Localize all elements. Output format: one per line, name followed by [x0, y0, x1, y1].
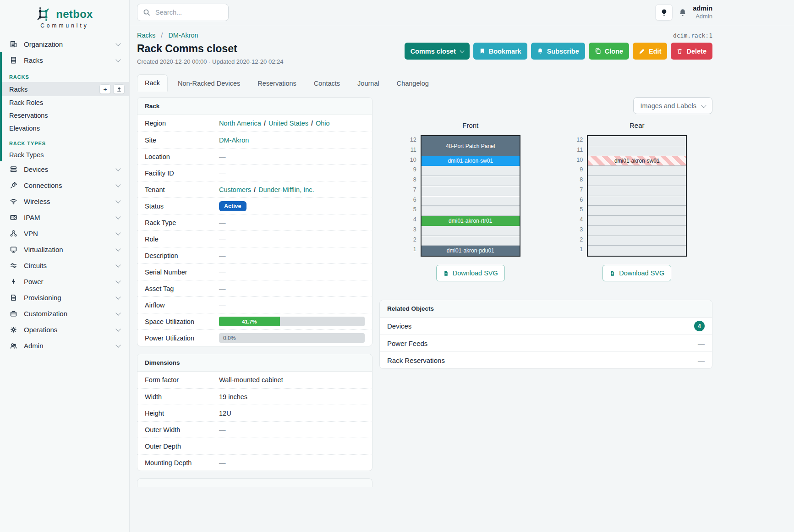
attr-label: Form factor [145, 376, 219, 384]
related-row-power-feeds[interactable]: Power Feeds — [380, 335, 712, 351]
page-content: Racks / DM-Akron dcim.rack:1 Rack Comms … [130, 25, 794, 487]
attr-label: Outer Depth [145, 443, 219, 450]
attr-label: Space Utilization [145, 318, 219, 325]
bookmark-button[interactable]: Bookmark [473, 43, 527, 60]
panel-title: Dimensions [137, 354, 372, 372]
sidebar-item-circuits[interactable]: Circuits [0, 258, 129, 274]
breadcrumb-link-site[interactable]: DM-Akron [168, 32, 198, 39]
chevron-down-icon [115, 294, 120, 299]
sidebar-item-organization[interactable]: Organization [0, 36, 129, 52]
attr-row-height: Height 12U [137, 405, 372, 421]
search-input[interactable] [154, 8, 223, 16]
tenant-group-link[interactable]: Customers [219, 186, 251, 193]
bookmark-icon [479, 48, 485, 55]
search-icon [143, 9, 150, 16]
file-download-icon [609, 270, 615, 277]
sidebar-subitem-rack-types[interactable]: Rack Types [2, 148, 129, 161]
sidebar-group-heading-rack-types: RACK TYPES [2, 135, 129, 148]
sidebar-item-ipam[interactable]: IPAM [0, 209, 129, 225]
sidebar-item-connections[interactable]: Connections [0, 177, 129, 193]
tab-changelog[interactable]: Changelog [389, 75, 436, 92]
tab-reservations[interactable]: Reservations [250, 75, 304, 92]
chevron-down-icon [115, 342, 120, 347]
sidebar-item-label: Organization [24, 40, 63, 48]
rack-unit-patch-panel[interactable]: 48-Port Patch Panel [422, 136, 520, 156]
attr-value: 12U [219, 410, 231, 417]
sidebar-item-provisioning[interactable]: Provisioning [0, 290, 129, 306]
netbox-logo[interactable]: netbox Community [0, 5, 129, 36]
attr-label: Asset Tag [145, 285, 219, 292]
region-link[interactable]: Ohio [316, 120, 330, 127]
tab-non-racked-devices[interactable]: Non-Racked Devices [170, 75, 247, 92]
add-rack-button[interactable]: + [99, 84, 111, 94]
quick-add-dropdown-button[interactable]: Comms closet [405, 43, 470, 60]
rack-unit-empty [588, 236, 686, 246]
rack-unit-empty [422, 226, 520, 236]
site-link[interactable]: DM-Akron [219, 137, 249, 144]
front-elevation: Front 121110987654321 48-Port Patch Pane… [379, 121, 546, 281]
rack-unit-empty [422, 236, 520, 246]
import-racks-button[interactable] [113, 84, 125, 94]
download-svg-label: Download SVG [619, 269, 664, 277]
region-link[interactable]: United States [268, 120, 308, 127]
subscribe-button[interactable]: Subscribe [531, 43, 585, 60]
related-row-rack-reservations[interactable]: Rack Reservations — [380, 351, 712, 368]
sidebar-item-power[interactable]: Power [0, 274, 129, 290]
user-menu[interactable]: admin Admin [693, 4, 712, 21]
theme-toggle-button[interactable] [655, 4, 673, 21]
front-elevation-title: Front [447, 121, 478, 129]
sidebar-item-operations[interactable]: Operations [0, 322, 129, 338]
sidebar-subitem-elevations[interactable]: Elevations [2, 122, 129, 135]
related-objects-panel: Related Objects Devices 4 Power Feeds — … [379, 300, 712, 369]
region-link[interactable]: North America [219, 120, 261, 127]
attr-value: — [219, 285, 226, 292]
attr-value: — [219, 269, 226, 276]
rack-unit-switch-ghost[interactable]: dmi01-akron-sw01 [588, 156, 686, 166]
sidebar-item-racks[interactable]: Racks [2, 52, 129, 68]
attr-value: — [219, 443, 226, 450]
sidebar-item-customization[interactable]: Customization [0, 306, 129, 322]
elevation-view-select[interactable]: Images and Labels [633, 97, 712, 114]
tab-contacts[interactable]: Contacts [307, 75, 347, 92]
related-row-devices[interactable]: Devices 4 [380, 318, 712, 335]
sidebar-item-wireless[interactable]: Wireless [0, 193, 129, 209]
attr-row-location: Location — [137, 148, 372, 165]
sidebar-subitem-racks[interactable]: Racks + [2, 82, 129, 96]
sidebar-item-devices[interactable]: Devices [0, 161, 129, 177]
sidebar-item-vpn[interactable]: VPN [0, 225, 129, 241]
rack-unit-switch[interactable]: dmi01-akron-sw01 [422, 156, 520, 166]
tab-journal[interactable]: Journal [350, 75, 387, 92]
rack-unit-router[interactable]: dmi01-akron-rtr01 [422, 216, 520, 226]
virtualization-icon [9, 246, 17, 253]
chevron-down-icon [115, 310, 120, 315]
edit-button[interactable]: Edit [633, 43, 667, 60]
download-svg-rear-button[interactable]: Download SVG [602, 265, 671, 281]
attr-label: Power Utilization [145, 335, 219, 342]
quick-add-label: Comms closet [411, 48, 456, 55]
rack-unit-empty [422, 166, 520, 176]
attr-row-description: Description — [137, 247, 372, 263]
sidebar-item-admin[interactable]: Admin [0, 338, 129, 354]
attr-label: Location [145, 153, 219, 160]
breadcrumb-link-racks[interactable]: Racks [137, 32, 155, 39]
attr-label: Airflow [145, 302, 219, 309]
attr-label: Status [145, 203, 219, 210]
notifications-button[interactable] [679, 8, 687, 17]
sidebar-item-virtualization[interactable]: Virtualization [0, 241, 129, 258]
attr-label: Site [145, 137, 219, 144]
related-row-value: — [698, 356, 705, 364]
attr-row-outer-width: Outer Width — [137, 421, 372, 438]
bookmark-label: Bookmark [489, 48, 521, 55]
download-svg-front-button[interactable]: Download SVG [436, 265, 505, 281]
delete-button[interactable]: Delete [671, 43, 712, 60]
tenant-link[interactable]: Dunder-Mifflin, Inc. [258, 186, 314, 193]
sidebar-item-label: Admin [24, 342, 44, 350]
tab-rack[interactable]: Rack [137, 74, 168, 92]
clone-button[interactable]: Clone [589, 43, 629, 60]
sidebar-subitem-rack-roles[interactable]: Rack Roles [2, 96, 129, 109]
sidebar-subitem-reservations[interactable]: Reservations [2, 109, 129, 122]
clone-label: Clone [605, 48, 623, 55]
vpn-icon [9, 230, 17, 237]
rack-unit-pdu[interactable]: dmi01-akron-pdu01 [422, 246, 520, 256]
provisioning-icon [9, 294, 17, 302]
